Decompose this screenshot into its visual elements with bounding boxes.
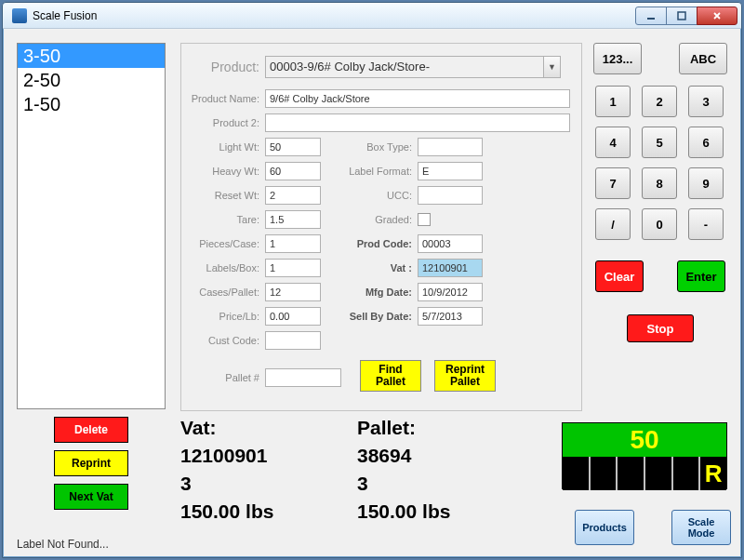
scale-indicator: R xyxy=(700,457,726,490)
pallet-no-input[interactable] xyxy=(265,368,341,387)
scale-cell xyxy=(618,457,645,490)
key-9[interactable]: 9 xyxy=(688,167,724,199)
app-window: Scale Fusion 3-50 2-50 1-50 Delete Repri… xyxy=(2,2,742,558)
product-value: 00003-9/6# Colby Jack/Store- xyxy=(265,56,544,78)
products-button[interactable]: Products xyxy=(575,510,634,545)
maximize-button[interactable] xyxy=(666,7,698,25)
minimize-button[interactable] xyxy=(635,7,667,25)
key-slash[interactable]: / xyxy=(595,208,631,240)
price-lb-input[interactable] xyxy=(265,307,321,326)
titlebar: Scale Fusion xyxy=(3,3,741,29)
numeric-mode-button[interactable]: 123... xyxy=(593,43,642,74)
reset-wt-input[interactable] xyxy=(265,186,321,205)
price-lb-label: Price/Lb: xyxy=(181,311,265,322)
ucc-label: UCC: xyxy=(321,190,418,201)
summary-vat: 12100901 xyxy=(180,445,267,467)
product-form-panel: Product: 00003-9/6# Colby Jack/Store- ▼ … xyxy=(180,43,582,411)
client-area: 3-50 2-50 1-50 Delete Reprint Next Vat L… xyxy=(4,30,740,556)
scale-cells: R xyxy=(563,457,726,490)
labels-box-input[interactable] xyxy=(265,259,321,277)
job-listbox[interactable]: 3-50 2-50 1-50 xyxy=(17,43,166,409)
product2-input[interactable] xyxy=(265,113,570,132)
reprint-button[interactable]: Reprint xyxy=(54,450,128,476)
labels-box-label: Labels/Box: xyxy=(181,262,265,273)
tare-label: Tare: xyxy=(181,214,265,225)
app-icon xyxy=(12,8,27,23)
key-5[interactable]: 5 xyxy=(642,127,677,158)
graded-label: Graded: xyxy=(321,214,418,225)
pieces-case-input[interactable] xyxy=(265,234,321,253)
product-name-label: Product Name: xyxy=(181,93,265,104)
list-item[interactable]: 1-50 xyxy=(18,92,165,116)
reset-wt-label: Reset Wt: xyxy=(181,190,265,201)
status-text: Label Not Found... xyxy=(17,538,109,551)
pallet-no-label: Pallet # xyxy=(181,372,265,383)
summary-vat-weight: 150.00 lbs xyxy=(180,500,273,523)
key-6[interactable]: 6 xyxy=(688,127,724,158)
vat-input[interactable] xyxy=(418,259,483,277)
key-7[interactable]: 7 xyxy=(595,167,631,199)
mfg-date-input[interactable] xyxy=(418,283,483,301)
vat-field-label: Vat : xyxy=(321,262,418,273)
clear-button[interactable]: Clear xyxy=(595,260,644,292)
product-dropdown[interactable]: 00003-9/6# Colby Jack/Store- ▼ xyxy=(265,56,561,78)
scale-cell xyxy=(563,457,591,490)
key-3[interactable]: 3 xyxy=(688,86,724,117)
key-1[interactable]: 1 xyxy=(595,86,631,117)
svg-rect-1 xyxy=(678,12,685,20)
scale-value: 50 xyxy=(563,423,726,457)
cust-code-label: Cust Code: xyxy=(181,335,265,346)
mfg-date-label: Mfg Date: xyxy=(321,287,418,298)
key-2[interactable]: 2 xyxy=(642,86,677,117)
key-8[interactable]: 8 xyxy=(642,167,677,199)
scale-cell xyxy=(645,457,673,490)
cases-pallet-label: Cases/Pallet: xyxy=(181,287,265,298)
scale-mode-button[interactable]: Scale Mode xyxy=(671,510,731,545)
list-item[interactable]: 2-50 xyxy=(18,68,165,92)
pieces-case-label: Pieces/Case: xyxy=(181,238,265,249)
heavy-wt-label: Heavy Wt: xyxy=(181,166,265,177)
key-0[interactable]: 0 xyxy=(642,208,677,240)
cases-pallet-input[interactable] xyxy=(265,283,321,301)
enter-button[interactable]: Enter xyxy=(677,260,725,292)
graded-checkbox[interactable] xyxy=(418,213,431,226)
product-name-input[interactable] xyxy=(265,89,570,108)
summary-pallet-count: 3 xyxy=(357,473,368,495)
list-item[interactable]: 3-50 xyxy=(18,44,165,68)
product2-label: Product 2: xyxy=(181,117,265,128)
scale-display: 50 R xyxy=(562,422,727,489)
label-format-input[interactable] xyxy=(418,162,483,180)
label-format-label: Label Format: xyxy=(321,166,418,177)
key-4[interactable]: 4 xyxy=(595,127,631,158)
light-wt-input[interactable] xyxy=(265,138,321,156)
reprint-pallet-button[interactable]: Reprint Pallet xyxy=(434,360,496,392)
box-type-input[interactable] xyxy=(418,138,483,156)
summary-vat-count: 3 xyxy=(180,473,192,495)
alpha-mode-button[interactable]: ABC xyxy=(679,43,727,74)
delete-button[interactable]: Delete xyxy=(54,417,128,443)
close-button[interactable] xyxy=(697,7,737,25)
sell-by-label: Sell By Date: xyxy=(321,311,418,322)
prod-code-label: Prod Code: xyxy=(321,238,418,249)
prod-code-input[interactable] xyxy=(418,234,483,253)
window-title: Scale Fusion xyxy=(33,9,636,22)
summary-vat-label: Vat: xyxy=(180,417,217,439)
summary-pallet-weight: 150.00 lbs xyxy=(357,500,450,523)
scale-cell xyxy=(673,457,701,490)
stop-button[interactable]: Stop xyxy=(627,314,694,342)
box-type-label: Box Type: xyxy=(321,141,418,153)
sell-by-input[interactable] xyxy=(418,307,483,326)
heavy-wt-input[interactable] xyxy=(265,162,321,180)
tare-input[interactable] xyxy=(265,210,321,229)
key-dash[interactable]: - xyxy=(688,208,724,240)
cust-code-input[interactable] xyxy=(265,331,321,350)
ucc-input[interactable] xyxy=(418,186,483,205)
product-label: Product: xyxy=(181,60,265,74)
next-vat-button[interactable]: Next Vat xyxy=(54,484,128,510)
summary-pallet-label: Pallet: xyxy=(357,417,416,439)
chevron-down-icon[interactable]: ▼ xyxy=(544,56,561,78)
summary-pallet: 38694 xyxy=(357,445,411,467)
light-wt-label: Light Wt: xyxy=(181,141,265,153)
svg-rect-0 xyxy=(647,18,655,20)
find-pallet-button[interactable]: Find Pallet xyxy=(360,360,421,392)
